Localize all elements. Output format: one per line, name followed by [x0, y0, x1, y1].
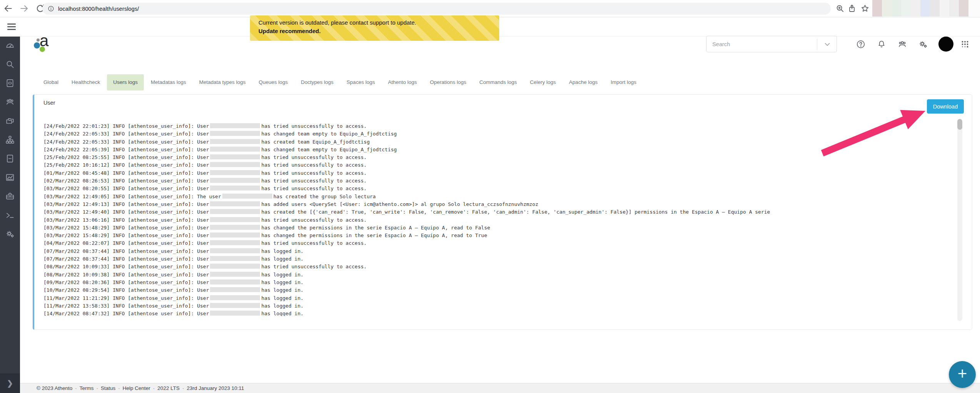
- redacted-username: [210, 209, 260, 214]
- redacted-username: [210, 264, 260, 269]
- log-prefix: [04/Mar/2022 08:22:07] INFO [athentose_u…: [43, 240, 209, 246]
- download-button[interactable]: Download: [927, 99, 964, 114]
- search-input[interactable]: [712, 41, 805, 47]
- log-prefix: [10/Mar/2022 08:29:54] INFO [athentose_u…: [43, 287, 209, 293]
- log-line: [03/Mar/2022 13:06:16] INFO [athentose_u…: [43, 216, 932, 224]
- tab-apache-logs[interactable]: Apache logs: [563, 74, 603, 90]
- sidebar-item-folders[interactable]: [0, 112, 20, 131]
- log-scrollbar[interactable]: [957, 119, 962, 321]
- log-line: [01/Mar/2022 08:45:48] INFO [athentose_u…: [43, 169, 932, 177]
- theme-stripe: [940, 0, 949, 17]
- log-line: [08/Mar/2022 10:09:38] INFO [athentose_u…: [43, 271, 932, 279]
- tab-commands-logs[interactable]: Commands logs: [473, 74, 523, 90]
- tab-import-logs[interactable]: Import logs: [605, 74, 643, 90]
- tab-metadata-types-logs[interactable]: Metadata types logs: [193, 74, 252, 90]
- log-message: has tried unsuccessfully to access.: [261, 162, 367, 168]
- user-avatar[interactable]: [938, 37, 953, 52]
- log-message: has tried unsuccessfully to access.: [261, 217, 367, 223]
- log-line: [25/Feb/2022 08:25:55] INFO [athentose_u…: [43, 154, 932, 161]
- tab-spaces-logs[interactable]: Spaces logs: [340, 74, 381, 90]
- redacted-username: [210, 287, 260, 292]
- log-message: has created team Equipo_A_fjodtctisg: [261, 139, 370, 145]
- log-prefix: [03/Mar/2022 13:06:16] INFO [athentose_u…: [43, 217, 209, 223]
- footer-separator: ·: [75, 385, 77, 391]
- browser-back-icon[interactable]: [3, 3, 13, 13]
- sidebar-item-hierarchy[interactable]: [0, 131, 20, 150]
- document-code-icon: [5, 78, 15, 90]
- notifications-icon[interactable]: [877, 39, 887, 49]
- menu-hamburger-icon[interactable]: [6, 22, 17, 32]
- toolbox-icon: [5, 191, 15, 203]
- screen: localhost:8000/health/userslogs/ a Curre…: [0, 0, 980, 393]
- log-tabs: GlobalHealthcheckUsers logsMetadatas log…: [37, 74, 642, 90]
- theme-stripe: [892, 0, 901, 17]
- browser-forward-icon[interactable]: [19, 3, 29, 13]
- sidebar-item-document-code[interactable]: [0, 74, 20, 93]
- redacted-username: [210, 303, 260, 308]
- tab-athento-logs[interactable]: Athento logs: [382, 74, 423, 90]
- share-icon[interactable]: [847, 4, 857, 13]
- log-prefix: [25/Feb/2022 10:16:12] INFO [athentose_u…: [43, 162, 209, 168]
- search-scope-chevron-icon[interactable]: [823, 40, 832, 48]
- plus-icon: +: [958, 366, 967, 382]
- sidebar-expand-button[interactable]: ❯: [0, 373, 20, 393]
- footer-link-help-center[interactable]: Help Center: [123, 385, 150, 391]
- log-message: has logged in.: [261, 295, 303, 301]
- log-viewer[interactable]: [24/Feb/2022 22:01:23] INFO [athentose_u…: [43, 122, 932, 316]
- sidebar-item-document[interactable]: [0, 150, 20, 169]
- sidebar-item-search[interactable]: [0, 55, 20, 74]
- log-prefix: [11/Mar/2022 11:21:29] INFO [athentose_u…: [43, 295, 209, 301]
- footer-link-status[interactable]: Status: [101, 385, 115, 391]
- log-line: [07/Mar/2022 08:37:44] INFO [athentose_u…: [43, 248, 932, 255]
- add-button[interactable]: +: [949, 361, 976, 388]
- footer-link-terms[interactable]: Terms: [80, 385, 94, 391]
- tab-queues-logs[interactable]: Queues logs: [253, 74, 294, 90]
- apps-grid-icon[interactable]: [960, 39, 970, 49]
- log-message: has added users <QuerySet [<User: icm@at…: [261, 201, 538, 207]
- log-line: [09/Mar/2022 08:20:36] INFO [athentose_u…: [43, 279, 932, 286]
- log-prefix: [14/Mar/2022 08:47:32] INFO [athentose_u…: [43, 311, 209, 316]
- redacted-username: [210, 178, 260, 183]
- log-prefix: [08/Mar/2022 10:09:33] INFO [athentose_u…: [43, 264, 209, 269]
- log-message: has changed the permissions in the serie…: [261, 232, 487, 238]
- help-icon[interactable]: [856, 39, 866, 49]
- tab-celery-logs[interactable]: Celery logs: [524, 74, 562, 90]
- athento-logo[interactable]: a: [32, 34, 52, 54]
- log-prefix: [08/Mar/2022 10:09:38] INFO [athentose_u…: [43, 272, 209, 278]
- bookmark-star-icon[interactable]: [860, 4, 870, 13]
- log-line: [14/Mar/2022 08:47:32] INFO [athentose_u…: [43, 310, 932, 316]
- log-message: has logged in.: [261, 311, 303, 316]
- browser-chrome: localhost:8000/health/userslogs/: [0, 0, 980, 17]
- log-line: [07/Mar/2022 08:37:44] INFO [athentose_u…: [43, 255, 932, 263]
- page-info-icon[interactable]: [48, 5, 54, 12]
- log-message: has tried unsuccessfully to access.: [261, 240, 367, 246]
- sidebar-item-toolbox[interactable]: [0, 187, 20, 206]
- chevron-right-icon: ❯: [7, 379, 13, 388]
- logo-dot-blue: [34, 42, 40, 48]
- sidebar-item-users[interactable]: [0, 93, 20, 112]
- theme-stripe: [920, 0, 930, 17]
- tab-global[interactable]: Global: [37, 74, 65, 90]
- browser-address-bar[interactable]: localhost:8000/health/userslogs/: [42, 3, 831, 15]
- users-icon: [5, 97, 15, 109]
- tab-operations-logs[interactable]: Operations logs: [424, 74, 473, 90]
- zoom-page-icon[interactable]: [835, 4, 845, 13]
- log-prefix: [03/Mar/2022 15:48:29] INFO [athentose_u…: [43, 232, 209, 238]
- admin-settings-icon[interactable]: [918, 39, 928, 49]
- log-scrollbar-thumb[interactable]: [957, 119, 962, 130]
- sidebar-item-chart[interactable]: [0, 169, 20, 187]
- tab-healthcheck[interactable]: Healthcheck: [65, 74, 106, 90]
- logo-dot-gray: [37, 38, 40, 42]
- sidebar-item-dashboard[interactable]: [0, 37, 20, 55]
- tab-metadatas-logs[interactable]: Metadatas logs: [145, 74, 192, 90]
- team-icon[interactable]: [897, 39, 907, 49]
- tab-doctypes-logs[interactable]: Doctypes logs: [295, 74, 340, 90]
- tab-users-logs[interactable]: Users logs: [107, 74, 144, 90]
- log-prefix: [07/Mar/2022 08:37:44] INFO [athentose_u…: [43, 248, 209, 254]
- log-message: has logged in.: [261, 248, 303, 254]
- sidebar-item-settings[interactable]: [0, 225, 20, 244]
- search-box[interactable]: [706, 36, 837, 52]
- redacted-username: [210, 201, 260, 206]
- sidebar-item-terminal[interactable]: [0, 206, 20, 225]
- log-message: has tried unsuccessfully to access.: [261, 178, 367, 184]
